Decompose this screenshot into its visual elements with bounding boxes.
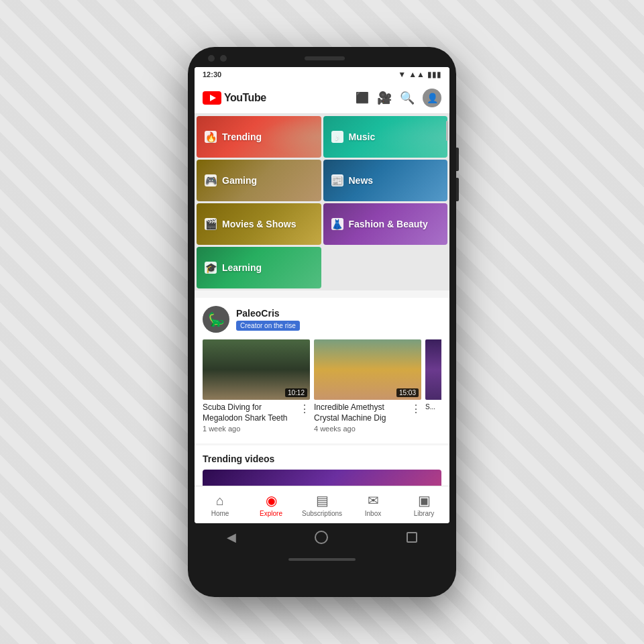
video-duration-2: 15:03 (396, 388, 419, 397)
creator-header: 🦕 PaleoCris Creator on the rise (203, 306, 441, 333)
video-row: 10:12 Scuba Diving for Megalodon Shark T… (203, 339, 441, 435)
category-label-fashion: 👗 Fashion & Beauty (331, 218, 428, 230)
app-header: YouTube ⬛ 🎥 🔍 👤 (195, 82, 449, 114)
speaker-bar (305, 56, 345, 60)
subscriptions-nav-label: Subscriptions (302, 510, 342, 517)
youtube-play-triangle (210, 95, 216, 101)
nav-item-inbox[interactable]: ✉ Inbox (347, 486, 398, 523)
category-tile-news[interactable]: 📰 News (323, 160, 448, 201)
video-details-2: Incredible Amethyst Crystal Machine Dig … (314, 402, 411, 433)
video-info-2: Incredible Amethyst Crystal Machine Dig … (314, 400, 421, 435)
status-time: 12:30 (203, 70, 221, 78)
speaker-dot (220, 55, 227, 62)
battery-icon: ▮▮▮ (427, 70, 441, 79)
video-more-button-2[interactable]: ⋮ (411, 402, 421, 415)
volume-up-button[interactable] (456, 148, 459, 171)
category-label-music: ♪ Music (331, 131, 376, 143)
camera-area (208, 55, 227, 62)
recents-button[interactable] (407, 532, 417, 543)
video-card-2[interactable]: 15:03 Incredible Amethyst Crystal Machin… (314, 339, 421, 435)
phone-screen: 12:30 ▼ ▲▲ ▮▮▮ YouTube ⬛ 🎥 🔍 👤 (195, 67, 449, 523)
category-label-gaming: 🎮 Gaming (205, 174, 257, 186)
scroll-indicator (446, 121, 448, 141)
search-icon[interactable]: 🔍 (400, 91, 415, 105)
video-info-3: S... (425, 400, 441, 414)
volume-down-button[interactable] (456, 178, 459, 201)
category-label-news: 📰 News (331, 174, 374, 186)
category-tile-learning[interactable]: 🎓 Learning (197, 247, 321, 288)
phone-nav-buttons: ◀ (188, 523, 456, 555)
home-nav-label: Home (211, 510, 229, 517)
explore-nav-icon: ◉ (266, 492, 277, 508)
video-details-1: Scuba Diving for Megalodon Shark Teeth 1… (203, 402, 299, 433)
nav-item-home[interactable]: ⌂ Home (195, 486, 246, 523)
news-icon: 📰 (331, 174, 343, 186)
creator-avatar[interactable]: 🦕 (203, 306, 229, 333)
cast-icon[interactable]: ⬛ (356, 91, 369, 104)
phone-bottom-bar (288, 558, 356, 561)
inbox-nav-label: Inbox (365, 510, 381, 517)
section-divider (195, 290, 449, 296)
status-bar: 12:30 ▼ ▲▲ ▮▮▮ (195, 67, 449, 82)
creator-section: 🦕 PaleoCris Creator on the rise 10:12 (195, 298, 449, 443)
category-tile-trending[interactable]: 🔥 Trending (197, 116, 321, 158)
nav-item-subscriptions[interactable]: ▤ Subscriptions (297, 486, 347, 523)
gaming-icon: 🎮 (205, 174, 217, 186)
home-hardware-button[interactable] (315, 531, 328, 544)
video-card-1[interactable]: 10:12 Scuba Diving for Megalodon Shark T… (203, 339, 310, 435)
category-tile-fashion[interactable]: 👗 Fashion & Beauty (323, 203, 448, 245)
phone-top (188, 47, 456, 67)
youtube-wordmark: YouTube (224, 92, 266, 104)
trending-section: Trending videos (195, 445, 449, 486)
video-info-1: Scuba Diving for Megalodon Shark Teeth 1… (203, 400, 310, 435)
learning-icon: 🎓 (205, 262, 217, 274)
explore-nav-label: Explore (260, 510, 282, 517)
nav-item-explore[interactable]: ◉ Explore (246, 486, 297, 523)
video-card-3[interactable]: S... (425, 339, 441, 435)
library-nav-label: Library (414, 510, 435, 517)
category-tile-movies[interactable]: 🎬 Movies & Shows (197, 203, 321, 245)
subscriptions-nav-icon: ▤ (316, 492, 329, 508)
creator-name: PaleoCris (236, 308, 300, 319)
camera-icon[interactable]: 🎥 (377, 91, 392, 105)
wifi-icon: ▼ (398, 70, 406, 79)
category-tile-gaming[interactable]: 🎮 Gaming (197, 160, 321, 201)
trending-icon: 🔥 (205, 131, 217, 143)
category-tile-music[interactable]: ♪ Music (323, 116, 448, 158)
back-button[interactable]: ◀ (227, 530, 236, 545)
video-age-2: 4 weeks ago (314, 425, 411, 433)
category-label-learning: 🎓 Learning (205, 262, 262, 274)
video-title-2: Incredible Amethyst Crystal Machine Dig (314, 402, 411, 423)
header-actions: ⬛ 🎥 🔍 👤 (356, 89, 441, 107)
video-more-button-1[interactable]: ⋮ (299, 402, 310, 415)
music-icon: ♪ (331, 131, 343, 143)
movies-icon: 🎬 (205, 218, 217, 230)
video-title-1: Scuba Diving for Megalodon Shark Teeth (203, 402, 299, 423)
video-thumbnail-3 (425, 339, 441, 400)
camera-dot (208, 55, 215, 62)
inbox-nav-icon: ✉ (368, 492, 379, 508)
signal-icon: ▲▲ (409, 70, 425, 79)
youtube-logo: YouTube (203, 91, 266, 105)
category-label-movies: 🎬 Movies & Shows (205, 218, 296, 230)
fashion-icon: 👗 (331, 218, 343, 230)
trending-section-title: Trending videos (203, 453, 441, 464)
video-age-1: 1 week ago (203, 425, 299, 433)
creator-info: PaleoCris Creator on the rise (236, 308, 300, 331)
category-label-trending: 🔥 Trending (205, 131, 262, 143)
home-nav-icon: ⌂ (216, 493, 224, 508)
trending-thumbnail[interactable] (203, 470, 441, 486)
nav-item-library[interactable]: ▣ Library (398, 486, 449, 523)
library-nav-icon: ▣ (418, 492, 431, 508)
youtube-icon (203, 91, 221, 105)
category-grid: 🔥 Trending ♪ Music 🎮 Gaming (195, 114, 449, 290)
main-content[interactable]: 🔥 Trending ♪ Music 🎮 Gaming (195, 114, 449, 486)
phone-frame: 12:30 ▼ ▲▲ ▮▮▮ YouTube ⬛ 🎥 🔍 👤 (188, 47, 456, 597)
video-title-3: S... (425, 402, 441, 411)
bottom-nav: ⌂ Home ◉ Explore ▤ Subscriptions ✉ Inbox… (195, 486, 449, 523)
creator-badge: Creator on the rise (236, 321, 300, 331)
video-thumbnail-1: 10:12 (203, 339, 310, 400)
video-thumbnail-2: 15:03 (314, 339, 421, 400)
status-icons: ▼ ▲▲ ▮▮▮ (398, 70, 441, 79)
user-avatar[interactable]: 👤 (423, 89, 441, 107)
